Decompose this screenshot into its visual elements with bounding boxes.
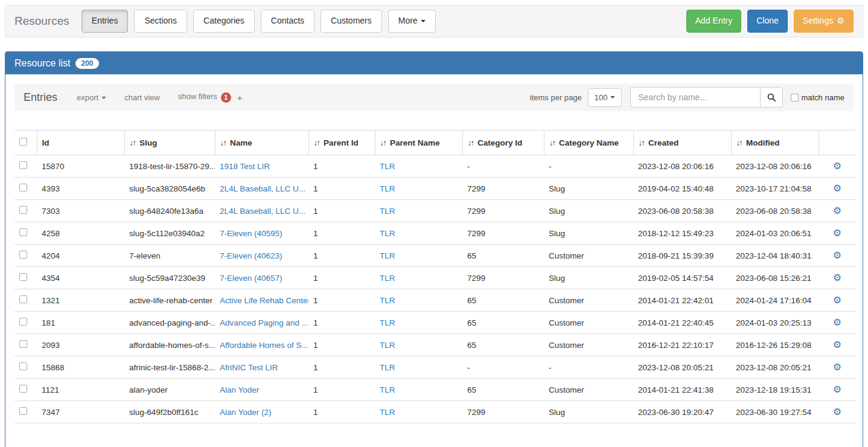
parent-name-link[interactable]: TLR xyxy=(380,229,395,238)
row-settings-gear-icon[interactable]: ⚙ xyxy=(833,362,841,372)
parent-name-link[interactable]: TLR xyxy=(380,341,395,350)
items-per-page-select[interactable]: 100 xyxy=(588,88,622,107)
row-settings-gear-icon[interactable]: ⚙ xyxy=(833,161,841,171)
cell-id: 4393 xyxy=(37,178,124,200)
row-settings-gear-icon[interactable]: ⚙ xyxy=(833,183,841,193)
tab-contacts[interactable]: Contacts xyxy=(261,10,314,33)
clone-button[interactable]: Clone xyxy=(747,10,788,33)
settings-button[interactable]: Settings⚙ xyxy=(794,10,854,33)
entry-name-link[interactable]: Alan Yoder xyxy=(220,385,259,394)
column-header-modified[interactable]: ↓↑Modified xyxy=(731,130,819,155)
row-settings-gear-icon[interactable]: ⚙ xyxy=(833,407,841,417)
cell-created: 2018-09-21 15:39:39 xyxy=(633,245,731,267)
export-dropdown[interactable]: export xyxy=(77,93,106,102)
cell-category-id: 65 xyxy=(462,245,544,267)
entry-name-link[interactable]: 7-Eleven (40657) xyxy=(220,274,282,283)
entry-name-link[interactable]: 2L4L Baseball, LLC U... xyxy=(220,184,305,193)
column-header-parent-name[interactable]: ↓↑Parent Name xyxy=(375,130,462,155)
row-checkbox-cell xyxy=(14,356,37,379)
row-checkbox[interactable] xyxy=(19,295,27,303)
tab-customers[interactable]: Customers xyxy=(321,10,382,33)
entry-name-link[interactable]: 2L4L Baseball, LLC U... xyxy=(220,207,305,216)
column-header-created[interactable]: ↓↑Created xyxy=(633,130,731,155)
row-checkbox[interactable] xyxy=(19,228,27,236)
entry-name-link[interactable]: AfriNIC Test LIR xyxy=(220,363,278,372)
parent-name-link[interactable]: TLR xyxy=(380,162,395,171)
select-all-checkbox[interactable] xyxy=(19,138,27,146)
row-actions-cell: ⚙ xyxy=(819,356,856,379)
row-checkbox[interactable] xyxy=(19,161,27,169)
row-settings-gear-icon[interactable]: ⚙ xyxy=(833,339,841,350)
cell-id: 2093 xyxy=(37,334,124,356)
parent-name-link[interactable]: TLR xyxy=(380,274,395,283)
row-settings-gear-icon[interactable]: ⚙ xyxy=(833,317,841,327)
cell-name: Affordable Homes of S... xyxy=(215,334,308,356)
row-checkbox[interactable] xyxy=(19,318,27,326)
cell-slug: slug-5c112e03940a2 xyxy=(124,222,215,245)
row-checkbox[interactable] xyxy=(19,362,27,370)
parent-name-link[interactable]: TLR xyxy=(380,184,395,193)
row-checkbox[interactable] xyxy=(19,251,27,259)
chart-view-link[interactable]: chart view xyxy=(124,93,160,102)
show-filters-link[interactable]: show filters1 xyxy=(178,92,231,102)
entry-name-link[interactable]: Active Life Rehab Center xyxy=(220,296,308,305)
column-header-slug[interactable]: ↓↑Slug xyxy=(124,130,215,155)
row-settings-gear-icon[interactable]: ⚙ xyxy=(833,250,841,260)
cell-name: AfriNIC Test LIR xyxy=(215,356,308,379)
row-settings-gear-icon[interactable]: ⚙ xyxy=(833,228,841,238)
row-checkbox[interactable] xyxy=(19,206,27,214)
column-header-name[interactable]: ↓↑Name xyxy=(215,130,308,155)
row-settings-gear-icon[interactable]: ⚙ xyxy=(833,205,841,216)
row-checkbox[interactable] xyxy=(19,385,27,393)
cell-modified: 2023-12-08 20:06:16 xyxy=(731,155,819,178)
row-checkbox[interactable] xyxy=(19,184,27,191)
entry-name-link[interactable]: Affordable Homes of S... xyxy=(220,341,308,350)
cell-created: 2014-01-21 22:42:01 xyxy=(633,289,731,312)
cell-modified: 2024-01-03 20:25:13 xyxy=(731,312,819,334)
table-row: 1321active-life-rehab-centerActive Life … xyxy=(14,289,856,312)
add-filter-link[interactable]: + xyxy=(237,92,243,103)
column-header-parent-id[interactable]: ↓↑Parent Id xyxy=(308,130,375,155)
tab-entries[interactable]: Entries xyxy=(81,10,129,33)
row-actions-cell: ⚙ xyxy=(819,222,856,245)
table-row: 4258slug-5c112e03940a27-Eleven (40595)1T… xyxy=(14,222,856,245)
cell-parent-id: 1 xyxy=(308,267,375,289)
row-checkbox[interactable] xyxy=(19,407,27,415)
cell-category-id: 7299 xyxy=(462,222,544,245)
row-checkbox[interactable] xyxy=(19,340,27,348)
match-name-checkbox[interactable] xyxy=(791,94,799,101)
search-input[interactable] xyxy=(630,87,760,108)
parent-name-link[interactable]: TLR xyxy=(380,318,395,327)
tab-categories[interactable]: Categories xyxy=(193,10,255,33)
row-settings-gear-icon[interactable]: ⚙ xyxy=(833,295,841,305)
search-button[interactable] xyxy=(760,87,783,108)
parent-name-link[interactable]: TLR xyxy=(380,251,395,260)
row-checkbox-cell xyxy=(14,334,37,356)
entry-name-link[interactable]: Alan Yoder (2) xyxy=(220,408,272,417)
entry-name-link[interactable]: 7-Eleven (40623) xyxy=(220,251,282,260)
cell-parent-name: TLR xyxy=(375,245,462,267)
tab-more[interactable]: More xyxy=(388,10,436,33)
parent-name-link[interactable]: TLR xyxy=(380,296,395,305)
cell-category-id: 7299 xyxy=(462,401,544,423)
parent-name-link[interactable]: TLR xyxy=(380,207,395,216)
add-entry-button[interactable]: Add Entry xyxy=(686,10,741,33)
cell-category-name: Customer xyxy=(544,312,633,334)
column-header-category-name[interactable]: ↓↑Category Name xyxy=(544,130,633,155)
cell-category-name: Slug xyxy=(544,222,633,245)
cell-created: 2014-01-21 22:41:38 xyxy=(633,379,731,401)
entry-name-link[interactable]: 7-Eleven (40595) xyxy=(220,229,282,238)
row-settings-gear-icon[interactable]: ⚙ xyxy=(833,272,841,283)
entry-name-link[interactable]: 1918 Test LIR xyxy=(220,162,270,171)
row-checkbox-cell xyxy=(14,379,37,401)
cell-category-name: Customer xyxy=(544,245,633,267)
parent-name-link[interactable]: TLR xyxy=(380,385,395,394)
table-body: 158701918-test-lir-15870-29...1918 Test … xyxy=(14,155,856,423)
parent-name-link[interactable]: TLR xyxy=(380,363,395,372)
parent-name-link[interactable]: TLR xyxy=(380,408,395,417)
row-settings-gear-icon[interactable]: ⚙ xyxy=(833,384,841,394)
row-checkbox[interactable] xyxy=(19,273,27,281)
entry-name-link[interactable]: Advanced Paging and ... xyxy=(220,318,308,327)
tab-sections[interactable]: Sections xyxy=(134,10,187,33)
column-header-category-id[interactable]: ↓↑Category Id xyxy=(462,130,544,155)
